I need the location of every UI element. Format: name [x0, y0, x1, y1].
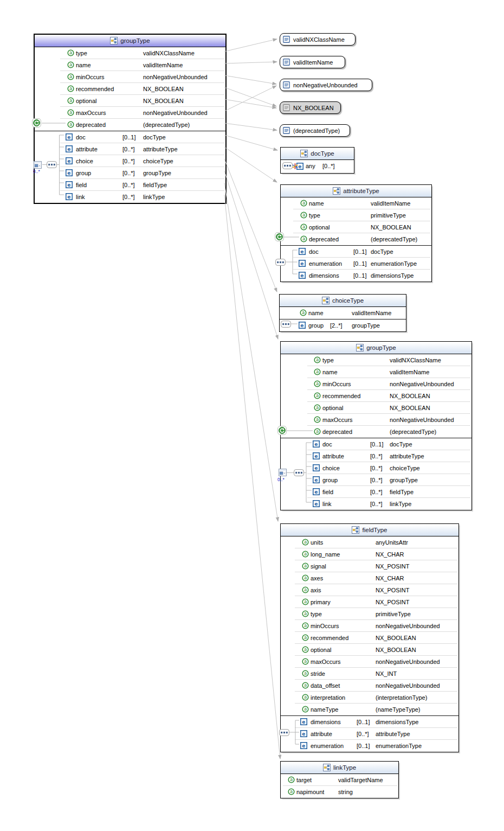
attribute-row[interactable]: aoptionalNX_BOOLEAN: [281, 402, 471, 414]
svg-text:e: e: [300, 249, 303, 254]
type-box-header[interactable]: groupType: [281, 342, 471, 354]
attribute-row[interactable]: aminOccursnonNegativeUnbounded: [281, 620, 458, 632]
type-box-choiceType[interactable]: choiceTypeanamevalidItemNameegroup[2..*]…: [279, 294, 406, 332]
element-row[interactable]: echoice[0..*]choiceType: [281, 462, 471, 474]
type-box-header[interactable]: linkType: [281, 762, 398, 774]
attribute-type: NX_INT: [376, 668, 397, 680]
element-row[interactable]: edoc[0..1]docType: [281, 246, 431, 258]
svg-text:a: a: [304, 611, 307, 616]
type-box-groupType1[interactable]: groupTypeatypevalidNXClassNameanamevalid…: [34, 34, 227, 204]
attribute-row[interactable]: astrideNX_INT: [281, 668, 458, 680]
simple-type-box[interactable]: validNXClassName: [280, 33, 356, 46]
attribute-name: interpretation: [311, 692, 345, 704]
element-row[interactable]: efield[0..*]fieldType: [35, 179, 225, 191]
model-group-icon: [279, 469, 287, 476]
attribute-name: primary: [311, 596, 331, 608]
element-row[interactable]: eenumeration[0..1]enumerationType: [281, 740, 458, 752]
element-row[interactable]: elink[0..*]linkType: [35, 191, 225, 203]
attribute-icon: a: [302, 562, 309, 570]
element-row[interactable]: egroup[0..*]groupType: [281, 474, 471, 486]
attribute-row[interactable]: along_nameNX_CHAR: [281, 548, 458, 560]
type-box-header[interactable]: choiceType: [280, 295, 406, 307]
attribute-icon: a: [67, 97, 74, 104]
attribute-row[interactable]: atypevalidNXClassName: [281, 354, 471, 366]
element-icon: e: [313, 500, 320, 507]
attribute-row[interactable]: atypevalidNXClassName: [35, 47, 225, 59]
element-row[interactable]: edimensions[0..1]dimensionsType: [281, 716, 458, 728]
simple-type-box[interactable]: validItemName: [280, 56, 345, 68]
attribute-type: nonNegativeUnbounded: [390, 378, 454, 390]
element-row[interactable]: egroup[2..*]groupType: [280, 319, 406, 331]
attribute-row[interactable]: anamevalidItemName: [281, 197, 431, 209]
attribute-row[interactable]: asignalNX_POSINT: [281, 560, 458, 572]
attribute-type: NX_BOOLEAN: [376, 644, 416, 656]
attribute-icon: a: [67, 109, 74, 116]
element-row[interactable]: eattribute[0..*]attributeType: [281, 728, 458, 740]
element-row[interactable]: elink[0..*]linkType: [281, 498, 471, 510]
attribute-row[interactable]: aprimaryNX_POSINT: [281, 596, 458, 608]
element-row[interactable]: efield[0..*]fieldType: [281, 486, 471, 498]
sequence-icon: [47, 161, 57, 168]
simple-type-box[interactable]: (deprecatedType): [280, 124, 350, 137]
attribute-row[interactable]: ainterpretation(interpretationType): [281, 692, 458, 704]
type-box-header[interactable]: attributeType: [281, 185, 431, 197]
attribute-row[interactable]: amaxOccursnonNegativeUnbounded: [281, 414, 471, 426]
element-row[interactable]: egroup[0..*]groupType: [35, 167, 225, 179]
element-cardinality: [0..*]: [370, 498, 383, 510]
attribute-row[interactable]: aminOccursnonNegativeUnbounded: [281, 378, 471, 390]
attribute-row[interactable]: adata_offsetnonNegativeUnbounded: [281, 680, 458, 692]
attribute-name: type: [311, 608, 322, 620]
type-box-fieldType[interactable]: fieldTypeaunitsanyUnitsAttralong_nameNX_…: [280, 523, 459, 752]
complex-type-icon: [300, 150, 308, 157]
attribute-row[interactable]: aoptionalNX_BOOLEAN: [281, 221, 431, 233]
attribute-row[interactable]: aaxesNX_CHAR: [281, 572, 458, 584]
element-row[interactable]: edoc[0..1]docType: [281, 438, 471, 450]
element-icon: e: [300, 730, 307, 737]
attribute-row[interactable]: amaxOccursnonNegativeUnbounded: [35, 107, 225, 119]
attribute-row[interactable]: aunitsanyUnitsAttr: [281, 536, 458, 548]
sequence-icon: [279, 729, 289, 736]
attribute-row[interactable]: amaxOccursnonNegativeUnbounded: [281, 656, 458, 668]
attribute-row[interactable]: arecommendedNX_BOOLEAN: [281, 632, 458, 644]
element-name: link: [322, 498, 332, 510]
type-box-title: docType: [311, 150, 334, 157]
element-row[interactable]: edimensions[0..1]dimensionsType: [281, 270, 431, 282]
element-row[interactable]: eenumeration[0..1]enumerationType: [281, 258, 431, 270]
simple-type-box[interactable]: nonNegativeUnbounded: [280, 79, 372, 91]
element-row[interactable]: echoice[0..*]choiceType: [35, 155, 225, 167]
svg-text:a: a: [69, 110, 72, 115]
attribute-row[interactable]: arecommendedNX_BOOLEAN: [281, 390, 471, 402]
attribute-row[interactable]: aoptionalNX_BOOLEAN: [35, 95, 225, 107]
attribute-row[interactable]: adeprecated(deprecatedType): [281, 426, 471, 438]
element-icon: e: [313, 464, 320, 471]
attribute-row[interactable]: adeprecated(deprecatedType): [281, 233, 431, 245]
attribute-name: optional: [322, 402, 344, 414]
type-box-groupType2[interactable]: groupTypeatypevalidNXClassNameanamevalid…: [280, 341, 472, 510]
element-row[interactable]: eattribute[0..*]attributeType: [281, 450, 471, 462]
type-box-header[interactable]: groupType: [35, 35, 225, 47]
attribute-row[interactable]: atypeprimitiveType: [281, 209, 431, 221]
attribute-row[interactable]: aaxisNX_POSINT: [281, 584, 458, 596]
simple-type-box[interactable]: NX_BOOLEAN: [280, 101, 341, 114]
svg-text:e: e: [314, 453, 318, 459]
complex-type-icon: [333, 187, 340, 195]
attribute-row[interactable]: anamevalidItemName: [281, 366, 471, 378]
attribute-row[interactable]: aoptionalNX_BOOLEAN: [281, 644, 458, 656]
attribute-row[interactable]: arecommendedNX_BOOLEAN: [35, 83, 225, 95]
attribute-row[interactable]: anapimountstring: [281, 786, 398, 798]
attribute-row[interactable]: anamevalidItemName: [280, 307, 406, 319]
attribute-row[interactable]: anameType(nameTypeType): [281, 704, 458, 715]
attribute-name: recommended: [322, 390, 360, 402]
attribute-row[interactable]: aminOccursnonNegativeUnbounded: [35, 71, 225, 83]
attribute-row[interactable]: anamevalidItemName: [35, 59, 225, 71]
type-box-header[interactable]: fieldType: [281, 524, 458, 536]
type-box-header[interactable]: docType: [281, 148, 354, 160]
attribute-row[interactable]: atargetvalidTargetName: [281, 774, 398, 786]
type-box-linkType[interactable]: linkTypeatargetvalidTargetNameanapimount…: [280, 761, 399, 798]
attribute-row[interactable]: atypeprimitiveType: [281, 608, 458, 620]
element-row[interactable]: edoc[0..1]docType: [35, 131, 225, 143]
type-box-docType[interactable]: docTypeeany[0..*]: [280, 147, 354, 174]
attribute-row[interactable]: adeprecated(deprecatedType): [35, 119, 225, 131]
type-box-attributeType[interactable]: attributeTypeanamevalidItemNameatypeprim…: [280, 184, 432, 282]
element-row[interactable]: eattribute[0..*]attributeType: [35, 143, 225, 155]
